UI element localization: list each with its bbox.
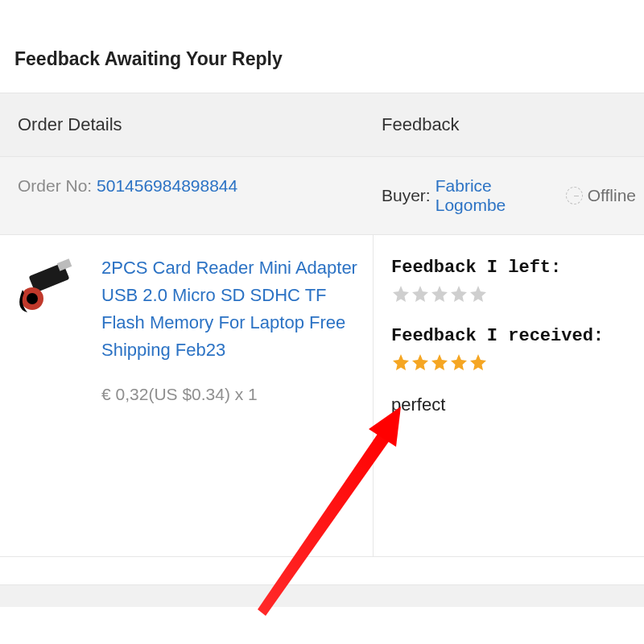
star-icon bbox=[391, 353, 411, 372]
feedback-received-stars bbox=[391, 353, 626, 372]
star-icon bbox=[411, 284, 430, 303]
buyer-label: Buyer: bbox=[382, 186, 431, 205]
order-summary-row: Order No: 501456984898844 Buyer: Fabrice… bbox=[0, 157, 644, 235]
order-number-cell: Order No: 501456984898844 bbox=[0, 176, 374, 215]
product-title-link[interactable]: 2PCS Card Reader Mini Adapter USB 2.0 Mi… bbox=[101, 254, 358, 364]
star-icon bbox=[430, 353, 449, 372]
star-icon bbox=[449, 353, 469, 372]
feedback-left-label: Feedback I left: bbox=[391, 258, 626, 278]
page-title: Feedback Awaiting Your Reply bbox=[0, 0, 644, 93]
order-no-label: Order No: bbox=[18, 176, 97, 195]
feedback-cell: Feedback I left: Feedback I received: pe… bbox=[374, 235, 644, 556]
feedback-received-text: perfect bbox=[391, 394, 626, 415]
buyer-name-link[interactable]: Fabrice Logombe bbox=[436, 176, 561, 215]
star-icon bbox=[469, 353, 488, 372]
product-price: € 0,32(US $0.34) x 1 bbox=[101, 385, 358, 404]
star-icon bbox=[411, 353, 430, 372]
footer-bar bbox=[0, 584, 644, 607]
order-no-link[interactable]: 501456984898844 bbox=[97, 176, 237, 195]
feedback-left-stars bbox=[391, 284, 626, 303]
star-icon bbox=[469, 284, 488, 303]
product-cell: 2PCS Card Reader Mini Adapter USB 2.0 Mi… bbox=[0, 235, 374, 556]
svg-point-4 bbox=[27, 293, 38, 304]
product-info: 2PCS Card Reader Mini Adapter USB 2.0 Mi… bbox=[101, 254, 358, 537]
buyer-cell: Buyer: Fabrice Logombe Offline bbox=[374, 176, 644, 215]
star-icon bbox=[391, 284, 411, 303]
column-header-feedback: Feedback bbox=[374, 93, 644, 156]
column-header-order-details: Order Details bbox=[0, 93, 374, 156]
table-header-row: Order Details Feedback bbox=[0, 93, 644, 157]
feedback-received-label: Feedback I received: bbox=[391, 326, 626, 346]
clock-icon bbox=[566, 187, 583, 204]
feedback-body-row: 2PCS Card Reader Mini Adapter USB 2.0 Mi… bbox=[0, 235, 644, 557]
product-thumbnail[interactable] bbox=[14, 254, 87, 327]
star-icon bbox=[449, 284, 469, 303]
buyer-status: Offline bbox=[588, 186, 636, 205]
star-icon bbox=[430, 284, 449, 303]
